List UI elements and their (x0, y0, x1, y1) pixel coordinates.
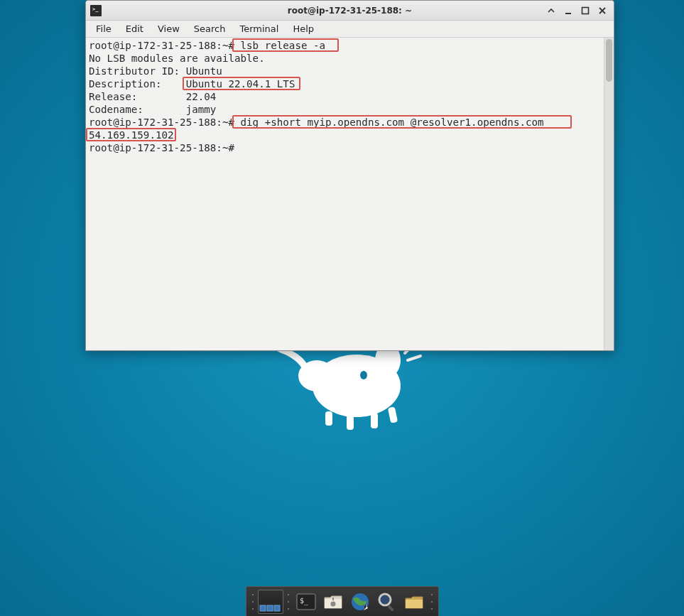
window-titlebar[interactable]: >_ root@ip-172-31-25-188: ~ (86, 1, 614, 21)
svg-point-7 (360, 371, 367, 379)
dock-folder-icon[interactable] (401, 589, 427, 615)
svg-point-0 (313, 355, 401, 417)
svg-rect-3 (325, 411, 332, 426)
terminal-window: >_ root@ip-172-31-25-188: ~ File Edit Vi… (85, 0, 614, 351)
menu-file[interactable]: File (89, 22, 119, 36)
taskbar-dock: $_ (246, 586, 439, 616)
svg-rect-13 (267, 605, 273, 611)
svg-text:>_: >_ (92, 6, 99, 12)
svg-rect-23 (387, 605, 394, 612)
prompt: root@ip-172-31-25-188:~# (89, 142, 234, 153)
minimize-button[interactable] (563, 5, 574, 16)
svg-point-1 (298, 360, 335, 391)
svg-text:$_: $_ (300, 597, 309, 605)
prompt: root@ip-172-31-25-188:~# (89, 117, 234, 128)
scrollbar[interactable] (604, 38, 614, 350)
window-title: root@ip-172-31-25-188: ~ (86, 6, 614, 16)
cursor-space (234, 142, 241, 153)
svg-rect-24 (406, 600, 423, 608)
svg-rect-5 (371, 413, 378, 428)
scrollbar-thumb[interactable] (606, 39, 612, 82)
output-description: Ubuntu 22.04.1 LTS (186, 78, 295, 90)
menubar: File Edit View Search Terminal Help (86, 21, 614, 38)
svg-rect-12 (260, 605, 266, 611)
output-line: No LSB modules are available. (89, 53, 265, 64)
svg-rect-19 (332, 598, 334, 600)
menu-help[interactable]: Help (286, 22, 321, 36)
cmd-dig: dig +short myip.opendns.com @resolver1.o… (234, 117, 544, 128)
output-line: Distributor ID: Ubuntu (89, 65, 222, 77)
svg-rect-6 (387, 406, 397, 423)
output-line: Release: 22.04 (89, 91, 216, 102)
menu-edit[interactable]: Edit (119, 22, 151, 36)
svg-point-22 (381, 595, 389, 604)
svg-rect-4 (347, 414, 354, 430)
menu-search[interactable]: Search (187, 22, 233, 36)
prompt: root@ip-172-31-25-188:~# (89, 40, 234, 51)
dock-drag-handle[interactable] (430, 591, 434, 612)
dock-separator (286, 591, 291, 612)
cmd-lsb-release: lsb_release -a (234, 40, 325, 51)
maximize-button[interactable] (580, 5, 591, 16)
output-line: Description: (89, 78, 186, 90)
dock-terminal-icon[interactable]: $_ (293, 589, 319, 615)
menu-view[interactable]: View (151, 22, 187, 36)
dock-web-browser-icon[interactable] (347, 589, 373, 615)
terminal-output[interactable]: root@ip-172-31-25-188:~# lsb_release -a … (86, 38, 604, 350)
rollup-button[interactable] (545, 5, 557, 16)
svg-rect-11 (582, 7, 589, 13)
dock-drag-handle[interactable] (251, 591, 255, 612)
svg-rect-10 (565, 13, 571, 14)
output-ip: 54.169.159.102 (89, 129, 174, 141)
menu-terminal[interactable]: Terminal (232, 22, 286, 36)
show-desktop-button[interactable] (258, 589, 283, 615)
svg-point-18 (330, 601, 335, 606)
output-line: Codename: jammy (89, 104, 216, 115)
dock-file-manager-icon[interactable] (320, 589, 346, 615)
terminal-icon: >_ (90, 5, 102, 16)
close-button[interactable] (597, 5, 608, 16)
dock-search-icon[interactable] (374, 589, 400, 615)
svg-rect-14 (274, 605, 280, 611)
